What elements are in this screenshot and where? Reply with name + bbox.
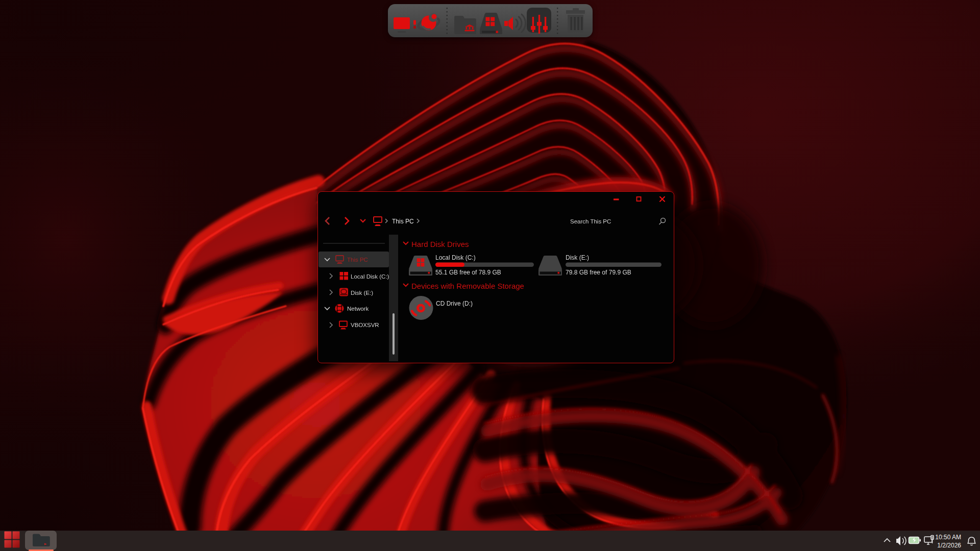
svg-text:79.8 GB free of 79.9 GB: 79.8 GB free of 79.9 GB [566,269,631,276]
svg-text:Local Disk (C:): Local Disk (C:) [435,254,476,261]
svg-text:CD Drive (D:): CD Drive (D:) [436,300,473,307]
svg-text:Disk (E:): Disk (E:) [566,254,589,261]
svg-text:Disk (E:): Disk (E:) [351,290,373,296]
svg-text:Hard Disk Drives: Hard Disk Drives [411,240,469,248]
svg-text:10:50 AM: 10:50 AM [935,534,961,541]
svg-text:This PC: This PC [392,218,414,225]
svg-text:Devices with Removable Storage: Devices with Removable Storage [411,282,524,290]
svg-text:Search This PC: Search This PC [570,218,611,224]
svg-text:55.1 GB free of 78.9 GB: 55.1 GB free of 78.9 GB [435,269,501,276]
svg-text:VBOXSVR: VBOXSVR [351,322,379,328]
svg-text:1/2/2026: 1/2/2026 [937,542,961,549]
svg-text:Local Disk (C:): Local Disk (C:) [351,273,389,280]
svg-text:Network: Network [347,306,369,312]
svg-text:This PC: This PC [347,257,368,263]
